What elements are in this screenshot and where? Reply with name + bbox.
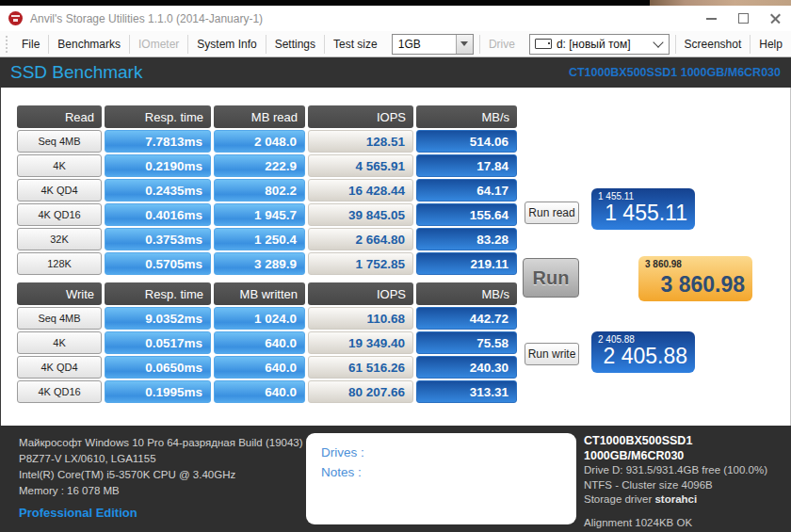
titlebar: Anvil's Storage Utilities 1.1.0 (2014-Ja…: [0, 6, 791, 31]
write-score-box: 2 405.88 2 405.88: [591, 331, 695, 373]
write-iops-cell: 110.68: [308, 307, 413, 330]
menubar: File Benchmarks IOmeter System Info Sett…: [0, 31, 791, 57]
write-header-mb-written: MB written: [214, 282, 305, 305]
menu-file[interactable]: File: [13, 38, 48, 51]
write-header-iops: IOPS: [308, 282, 413, 305]
edition-label: Professional Edition: [19, 505, 303, 521]
read-resp-time-cell: 0.3753ms: [105, 228, 211, 250]
read-table: Read Resp. time MB read IOPS MB/s Seq 4M…: [17, 105, 517, 275]
read-volume-cell: 222.9: [214, 154, 305, 177]
write-volume-cell: 640.0: [214, 380, 305, 403]
menu-iometer: IOmeter: [130, 38, 187, 51]
test-size-select[interactable]: 1GB: [392, 34, 474, 55]
read-mbs-cell: 17.84: [416, 154, 517, 177]
read-iops-cell: 16 428.44: [308, 179, 413, 202]
close-button[interactable]: [759, 6, 791, 31]
write-iops-cell: 19 349.40: [308, 331, 413, 354]
footer-panel: Майкрософт Windows 10 Pro 64-разрядная B…: [0, 426, 791, 532]
menu-help[interactable]: Help: [751, 38, 791, 51]
menu-system-info[interactable]: System Info: [188, 38, 265, 51]
write-volume-cell: 640.0: [214, 356, 305, 379]
storage-driver-label: Storage driver: [584, 493, 652, 505]
read-resp-time-cell: 0.5705ms: [105, 252, 211, 275]
write-mbs-cell: 313.31: [416, 380, 517, 403]
drive-label: Drive: [480, 38, 524, 51]
memory-line: Memory : 16 078 MB: [19, 483, 303, 499]
read-iops-cell: 4 565.91: [308, 154, 413, 177]
run-write-button[interactable]: Run write: [525, 343, 579, 365]
run-button[interactable]: Run: [523, 258, 579, 298]
storage-driver-line: Storage driver storahci: [584, 492, 791, 508]
read-volume-cell: 802.2: [214, 179, 305, 202]
menu-screenshot[interactable]: Screenshot: [676, 38, 751, 51]
read-row-label[interactable]: 4K QD16: [17, 203, 102, 226]
app-icon: [8, 11, 23, 25]
write-volume-cell: 640.0: [214, 331, 305, 354]
app-window: Anvil's Storage Utilities 1.1.0 (2014-Ja…: [0, 0, 791, 532]
device-id: CT1000BX500SSD1 1000GB/M6CR030: [569, 66, 781, 79]
read-row-label[interactable]: 128K: [17, 252, 102, 275]
write-row-label[interactable]: 4K QD16: [17, 380, 102, 403]
drives-notes-box[interactable]: Drives : Notes :: [306, 433, 576, 524]
test-size-value: 1GB: [393, 38, 427, 51]
write-score: 2 405.88: [603, 344, 687, 369]
window-title: Anvil's Storage Utilities 1.1.0 (2014-Ja…: [30, 12, 263, 25]
run-read-button[interactable]: Run read: [525, 202, 579, 224]
read-header: Read: [17, 105, 102, 128]
menu-settings[interactable]: Settings: [266, 38, 324, 51]
storage-driver-value: storahci: [654, 493, 697, 505]
drive-icon: [535, 39, 552, 49]
read-mbs-cell: 219.11: [416, 252, 517, 275]
alignment-line: Alignment 1024KB OK: [584, 516, 791, 531]
maximize-button[interactable]: [727, 6, 759, 31]
write-row-label[interactable]: 4K QD4: [17, 356, 102, 379]
read-mbs-cell: 514.06: [416, 130, 517, 153]
write-iops-cell: 80 207.66: [308, 380, 413, 403]
benchmark-header-band: SSD Benchmark CT1000BX500SSD1 1000GB/M6C…: [0, 57, 791, 88]
read-iops-cell: 2 664.80: [308, 228, 413, 250]
drives-label: Drives :: [321, 443, 576, 462]
window-controls: [695, 6, 791, 31]
total-score: 3 860.98: [660, 272, 745, 298]
read-volume-cell: 2 048.0: [214, 130, 305, 153]
write-resp-time-cell: 0.0650ms: [105, 356, 211, 379]
total-score-box: 3 860.98 3 860.98: [638, 256, 752, 301]
read-row-label[interactable]: 4K QD4: [17, 179, 102, 202]
total-score-small: 3 860.98: [645, 259, 682, 269]
motherboard-line: P8Z77-V LX/0610, LGA1155: [19, 451, 303, 467]
read-row-label[interactable]: Seq 4MB: [17, 130, 102, 153]
read-header-mbs: MB/s: [416, 105, 517, 128]
write-row-label[interactable]: 4K: [17, 331, 102, 354]
write-resp-time-cell: 9.0352ms: [105, 307, 211, 330]
dropdown-arrow-icon: [460, 41, 468, 46]
notes-label: Notes :: [321, 462, 576, 482]
write-mbs-cell: 442.72: [416, 307, 517, 330]
write-resp-time-cell: 0.1995ms: [105, 380, 211, 403]
write-row-label[interactable]: Seq 4MB: [17, 307, 102, 330]
page-title: SSD Benchmark: [10, 62, 142, 83]
read-score: 1 455.11: [605, 201, 687, 226]
write-iops-cell: 61 516.26: [308, 356, 413, 379]
drive-select[interactable]: d: [новый том]: [529, 34, 670, 55]
read-volume-cell: 1 250.4: [214, 228, 305, 250]
read-resp-time-cell: 0.2190ms: [105, 154, 211, 177]
read-resp-time-cell: 7.7813ms: [105, 130, 211, 153]
read-score-box: 1 455.11 1 455.11: [591, 188, 695, 230]
write-resp-time-cell: 0.0517ms: [105, 331, 211, 354]
test-size-dropdown-button[interactable]: [456, 35, 473, 54]
system-info: Майкрософт Windows 10 Pro 64-разрядная B…: [19, 435, 303, 521]
minimize-button[interactable]: [695, 6, 727, 31]
drive-value: d: [новый том]: [557, 38, 637, 51]
cpu-line: Intel(R) Core(TM) i5-3570K CPU @ 3.40GHz: [19, 467, 303, 483]
write-header-resp-time: Resp. time: [105, 282, 211, 305]
maximize-icon: [738, 13, 749, 24]
menu-benchmarks[interactable]: Benchmarks: [49, 38, 129, 51]
read-resp-time-cell: 0.4016ms: [105, 203, 211, 226]
read-iops-cell: 128.51: [308, 130, 413, 153]
read-header-resp-time: Resp. time: [105, 105, 211, 128]
write-table: Write Resp. time MB written IOPS MB/s Se…: [17, 282, 517, 403]
read-row-label[interactable]: 4K: [17, 154, 102, 177]
read-row-label[interactable]: 32K: [17, 228, 102, 250]
filesystem-line: NTFS - Cluster size 4096B: [584, 478, 791, 493]
drive-model: CT1000BX500SSD1 1000GB/M6CR030: [584, 434, 791, 463]
